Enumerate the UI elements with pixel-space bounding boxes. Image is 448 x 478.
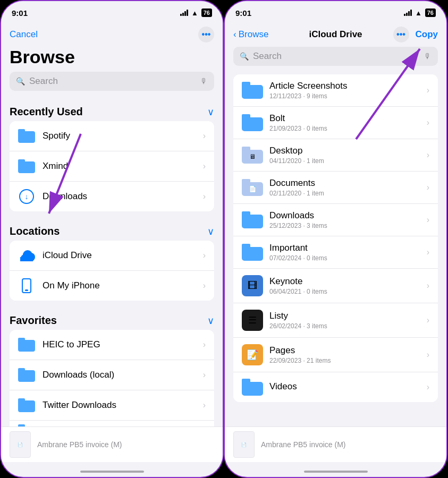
left-phone-panel: 9:01 ▲ 76 Cancel ••• Browse 🔍 Search 🎙 R…: [0, 0, 224, 478]
search-input[interactable]: Search: [253, 51, 420, 62]
item-name: Article Screenshots: [269, 81, 427, 91]
list-item[interactable]: Article Screenshots 12/11/2023 · 9 items…: [233, 74, 438, 107]
icloud-icon: [18, 247, 35, 264]
right-nav-bar: ‹ Browse iCloud Drive ••• Copy: [225, 24, 446, 47]
item-meta: Keynote 06/04/2021 · 0 items: [269, 276, 427, 295]
item-label: Downloads: [43, 191, 203, 202]
item-name: Keynote: [269, 276, 427, 287]
item-meta: Pages 22/09/2023 · 21 items: [269, 345, 427, 364]
folder-icon: [18, 366, 35, 383]
list-item[interactable]: ☰ Listy 26/02/2024 · 3 items ›: [233, 303, 438, 338]
bottom-document-preview: 📄 Ambrane PB5 invoice (M): [1, 426, 223, 462]
battery-icon: 76: [201, 8, 212, 17]
item-subtitle: 26/02/2024 · 3 items: [269, 322, 427, 330]
list-item[interactable]: HEIC to JPEG ›: [10, 330, 214, 360]
cancel-button[interactable]: Cancel: [10, 29, 38, 40]
chevron-right-icon: ›: [427, 150, 429, 160]
signal-icon: [180, 10, 188, 16]
battery-icon: 76: [425, 8, 436, 17]
search-icon: 🔍: [240, 52, 249, 61]
locations-title: Locations: [10, 225, 60, 237]
list-item[interactable]: 🎞 Keynote 06/04/2021 · 0 items ›: [233, 269, 438, 303]
item-name: Listy: [269, 311, 427, 321]
recently-used-section: Recently Used ∨ Spotify ›: [1, 99, 223, 211]
list-item[interactable]: 📄 Documents 02/11/2020 · 1 item ›: [233, 172, 438, 204]
mic-icon[interactable]: 🎙: [424, 52, 432, 61]
item-subtitle: 06/04/2021 · 0 items: [269, 288, 427, 295]
item-name: Bolt: [269, 113, 427, 124]
listy-icon: ☰: [242, 310, 263, 331]
locations-collapse[interactable]: ∨: [207, 226, 214, 237]
list-item[interactable]: Bolt 21/09/2023 · 0 items ›: [233, 107, 438, 139]
list-item[interactable]: 🖥 Desktop 04/11/2020 · 1 item ›: [233, 139, 438, 172]
item-label: Downloads (local): [43, 370, 203, 380]
copy-button[interactable]: Copy: [416, 29, 438, 40]
item-label: Spotify: [43, 131, 203, 141]
item-subtitle: 04/11/2020 · 1 item: [269, 157, 427, 165]
item-label: Twitter Downloads: [43, 400, 203, 411]
chevron-right-icon: ›: [203, 400, 206, 410]
back-button[interactable]: ‹ Browse: [233, 29, 268, 40]
list-item[interactable]: Twitter Downloads ›: [10, 390, 214, 421]
chevron-right-icon: ›: [203, 340, 206, 349]
chevron-right-icon: ›: [427, 118, 429, 127]
favorites-list: HEIC to JPEG › Downloads (local) ›: [10, 330, 214, 442]
folder-icon: [242, 82, 263, 99]
item-meta: Downloads 25/12/2023 · 3 items: [269, 210, 427, 229]
list-item[interactable]: ↓ Downloads ›: [10, 182, 214, 211]
item-subtitle: 02/11/2020 · 1 item: [269, 190, 427, 197]
left-status-icons: ▲ 76: [180, 8, 212, 17]
list-item[interactable]: Videos ›: [233, 372, 438, 402]
list-item[interactable]: Spotify ›: [10, 121, 214, 151]
document-label: Ambrane PB5 invoice (M): [37, 440, 122, 449]
more-button[interactable]: •••: [393, 27, 409, 42]
more-button[interactable]: •••: [198, 27, 214, 42]
right-search-bar[interactable]: 🔍 Search 🎙: [233, 47, 438, 66]
favorites-title: Favorites: [10, 314, 57, 327]
chevron-right-icon: ›: [203, 131, 206, 141]
nav-actions: ••• Copy: [393, 27, 438, 42]
right-bottom-document-preview: 📄 Ambrane PB5 invoice (M): [225, 426, 446, 462]
recently-used-list: Spotify › Xmind › ↓ Downloads ›: [10, 121, 214, 211]
folder-icon: [18, 158, 35, 175]
icloud-list: Article Screenshots 12/11/2023 · 9 items…: [225, 74, 446, 411]
folder-doc-icon: 📄: [242, 179, 263, 196]
item-meta: Documents 02/11/2020 · 1 item: [269, 178, 427, 197]
folder-icon: [242, 114, 263, 131]
document-label: Ambrane PB5 invoice (M): [261, 440, 346, 449]
right-time: 9:01: [235, 8, 251, 18]
folder-icon: [18, 336, 35, 353]
list-item[interactable]: iCloud Drive ›: [10, 241, 214, 271]
item-name: Documents: [269, 178, 427, 189]
recently-used-header: Recently Used ∨: [1, 99, 223, 121]
list-item[interactable]: Downloads 25/12/2023 · 3 items ›: [233, 204, 438, 236]
item-subtitle: 12/11/2023 · 9 items: [269, 92, 427, 100]
item-name: Pages: [269, 345, 427, 356]
list-item[interactable]: Xmind ›: [10, 151, 214, 182]
list-item[interactable]: Downloads (local) ›: [10, 360, 214, 390]
mic-icon[interactable]: 🎙: [200, 77, 208, 86]
chevron-right-icon: ›: [427, 382, 429, 392]
chevron-right-icon: ›: [203, 281, 206, 291]
recently-used-collapse[interactable]: ∨: [207, 106, 214, 118]
folder-icon: [242, 379, 263, 396]
list-item[interactable]: Important 07/02/2024 · 0 items ›: [233, 236, 438, 269]
search-bar[interactable]: 🔍 Search 🎙: [10, 72, 214, 91]
chevron-right-icon: ›: [427, 183, 429, 192]
item-meta: Article Screenshots 12/11/2023 · 9 items: [269, 81, 427, 100]
favorites-collapse[interactable]: ∨: [207, 315, 214, 327]
chevron-right-icon: ›: [203, 370, 206, 380]
left-time: 9:01: [12, 8, 28, 18]
list-item[interactable]: 📝 Pages 22/09/2023 · 21 items ›: [233, 338, 438, 372]
item-label: On My iPhone: [43, 280, 203, 291]
left-nav-bar: Cancel •••: [1, 24, 223, 47]
right-phone-panel: 9:01 ▲ 76 ‹ Browse iCloud Drive ••• Copy…: [224, 0, 447, 478]
item-meta: Listy 26/02/2024 · 3 items: [269, 311, 427, 330]
item-label: HEIC to JPEG: [43, 339, 203, 350]
right-status-bar: 9:01 ▲ 76: [225, 1, 446, 24]
iphone-device-icon: [18, 277, 35, 294]
list-item[interactable]: On My iPhone ›: [10, 271, 214, 301]
locations-list: iCloud Drive › On My iPhone ›: [10, 241, 214, 301]
svg-rect-3: [20, 257, 33, 261]
search-input[interactable]: Search: [29, 76, 196, 87]
